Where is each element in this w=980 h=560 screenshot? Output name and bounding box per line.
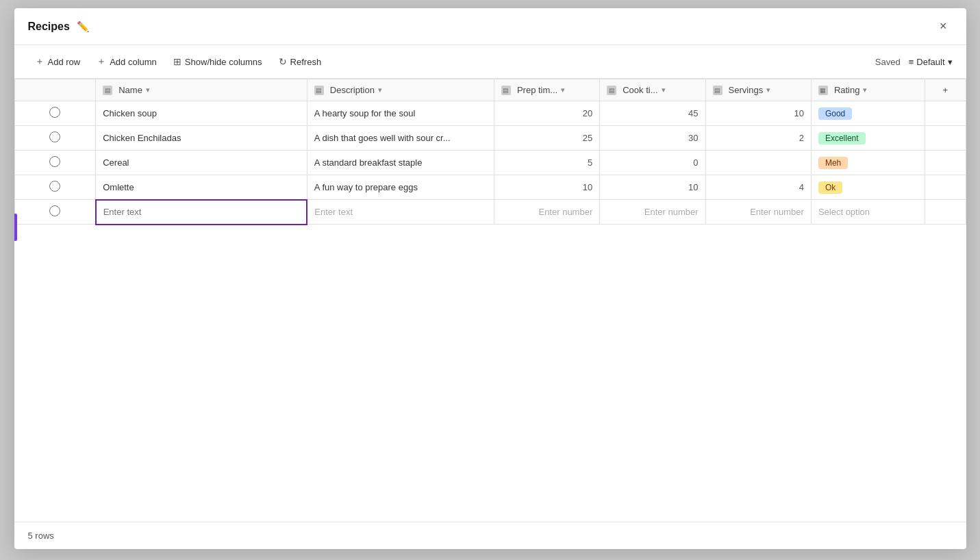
desc-col-icon: ▤ — [314, 86, 324, 95]
show-hide-icon: ⊞ — [173, 56, 181, 67]
modal-title-area: Recipes ✏️ — [28, 21, 90, 33]
new-row-radio[interactable] — [49, 205, 60, 216]
row-cook-cell-2[interactable]: 0 — [600, 151, 705, 175]
recipes-table: ▤ Name ▾ ▤ Description ▾ — [14, 79, 966, 225]
row-prep-cell-1[interactable]: 25 — [494, 126, 599, 151]
name-input[interactable] — [103, 207, 300, 217]
row-extra-cell-0 — [925, 101, 966, 126]
row-name-cell-1[interactable]: Chicken Enchiladas — [96, 126, 307, 151]
row-prep-cell-3[interactable]: 10 — [494, 175, 599, 200]
row-radio-0[interactable] — [49, 107, 60, 118]
table-row: Chicken soup A hearty soup for the soul … — [14, 101, 966, 126]
row-desc-cell-1[interactable]: A dish that goes well with sour cr... — [307, 126, 494, 151]
row-radio-2[interactable] — [49, 156, 60, 167]
add-row-icon: ＋ — [35, 55, 45, 68]
row-serv-cell-2[interactable] — [705, 151, 811, 175]
row-radio-3[interactable] — [49, 181, 60, 192]
add-column-button[interactable]: ＋ Add column — [90, 52, 164, 71]
row-checkbox-cell — [14, 126, 96, 151]
row-rating-cell-0[interactable]: Good — [811, 101, 925, 126]
row-desc-cell-3[interactable]: A fun way to prepare eggs — [307, 175, 494, 200]
table-footer: 5 rows — [14, 522, 966, 549]
row-prep-cell-0[interactable]: 20 — [494, 101, 599, 126]
new-row-rating-cell[interactable]: Select option — [811, 200, 925, 225]
name-sort-icon: ▾ — [146, 86, 150, 94]
table-row: Cereal A standard breakfast staple 5 0 M… — [14, 151, 966, 175]
show-hide-columns-button[interactable]: ⊞ Show/hide columns — [166, 53, 269, 71]
col-cook-label: Cook ti... — [623, 85, 657, 95]
row-extra-cell-2 — [925, 151, 966, 175]
row-serv-cell-1[interactable]: 2 — [705, 126, 811, 151]
col-prep-label: Prep tim... — [517, 85, 557, 95]
col-rating-label: Rating — [834, 85, 860, 95]
row-name-cell-2[interactable]: Cereal — [96, 151, 307, 175]
new-row-prep-cell[interactable]: Enter number — [494, 200, 599, 225]
col-header-prep-time[interactable]: ▤ Prep tim... ▾ — [494, 79, 599, 101]
add-row-label: Add row — [48, 57, 81, 67]
default-view-button[interactable]: ≡ Default ▾ — [909, 57, 953, 67]
col-header-description[interactable]: ▤ Description ▾ — [307, 79, 494, 101]
serv-sort-icon: ▾ — [766, 86, 770, 94]
row-serv-cell-0[interactable]: 10 — [705, 101, 811, 126]
row-desc-cell-0[interactable]: A hearty soup for the soul — [307, 101, 494, 126]
lines-icon: ≡ — [909, 57, 914, 67]
toolbar: ＋ Add row ＋ Add column ⊞ Show/hide colum… — [14, 45, 966, 79]
toolbar-right: Saved ≡ Default ▾ — [875, 57, 953, 67]
rating-badge-1: Excellent — [818, 132, 866, 144]
col-header-rating[interactable]: ▦ Rating ▾ — [811, 79, 925, 101]
col-header-add[interactable]: + — [925, 79, 966, 101]
default-label: Default — [916, 57, 944, 67]
row-cook-cell-1[interactable]: 30 — [600, 126, 705, 151]
refresh-button[interactable]: ↻ Refresh — [272, 53, 329, 71]
col-header-cook-time[interactable]: ▤ Cook ti... ▾ — [600, 79, 705, 101]
rating-badge-3: Ok — [818, 181, 842, 194]
row-rating-cell-3[interactable]: Ok — [811, 175, 925, 200]
close-button[interactable]: × — [934, 16, 953, 36]
new-row: Enter text Enter number Enter number Ent… — [14, 200, 966, 225]
add-col-icon: + — [943, 85, 948, 95]
new-row-name-cell[interactable] — [96, 200, 307, 225]
rating-sort-icon: ▾ — [863, 86, 867, 94]
row-prep-cell-2[interactable]: 5 — [494, 151, 599, 175]
rating-badge-0: Good — [818, 107, 852, 120]
edit-icon[interactable]: ✏️ — [77, 21, 90, 33]
col-header-servings[interactable]: ▤ Servings ▾ — [705, 79, 811, 101]
modal-header: Recipes ✏️ × — [14, 8, 966, 45]
col-name-label: Name — [118, 85, 142, 95]
cook-col-icon: ▤ — [607, 86, 616, 95]
name-col-icon: ▤ — [103, 86, 112, 95]
new-row-cook-cell[interactable]: Enter number — [600, 200, 705, 225]
table-header-row: ▤ Name ▾ ▤ Description ▾ — [14, 79, 966, 101]
row-radio-1[interactable] — [49, 131, 60, 142]
desc-sort-icon: ▾ — [378, 86, 382, 94]
new-row-desc-cell[interactable]: Enter text — [307, 200, 494, 225]
prep-sort-icon: ▾ — [561, 86, 565, 94]
row-rating-cell-1[interactable]: Excellent — [811, 126, 925, 151]
row-name-cell-3[interactable]: Omlette — [96, 175, 307, 200]
row-checkbox-cell — [14, 175, 96, 200]
toolbar-left: ＋ Add row ＋ Add column ⊞ Show/hide colum… — [28, 52, 329, 71]
prep-col-icon: ▤ — [501, 86, 511, 95]
row-serv-cell-3[interactable]: 4 — [705, 175, 811, 200]
row-rating-cell-2[interactable]: Meh — [811, 151, 925, 175]
show-hide-label: Show/hide columns — [185, 57, 262, 67]
col-serv-label: Servings — [729, 85, 764, 95]
col-header-name[interactable]: ▤ Name ▾ — [96, 79, 307, 101]
row-name-cell-0[interactable]: Chicken soup — [96, 101, 307, 126]
row-desc-cell-2[interactable]: A standard breakfast staple — [307, 151, 494, 175]
row-cook-cell-0[interactable]: 45 — [600, 101, 705, 126]
side-accent — [14, 214, 17, 241]
col-header-checkbox — [14, 79, 96, 101]
row-checkbox-cell — [14, 151, 96, 175]
new-row-serv-cell[interactable]: Enter number — [705, 200, 811, 225]
modal-title: Recipes — [28, 21, 70, 33]
add-row-button[interactable]: ＋ Add row — [28, 52, 88, 71]
table-container: ▤ Name ▾ ▤ Description ▾ — [14, 79, 966, 522]
table-row: Omlette A fun way to prepare eggs 10 10 … — [14, 175, 966, 200]
rating-badge-2: Meh — [818, 157, 848, 169]
table-row: Chicken Enchiladas A dish that goes well… — [14, 126, 966, 151]
refresh-label: Refresh — [290, 57, 322, 67]
add-column-icon: ＋ — [97, 55, 106, 68]
rows-count-label: 5 rows — [28, 531, 54, 541]
row-cook-cell-3[interactable]: 10 — [600, 175, 705, 200]
